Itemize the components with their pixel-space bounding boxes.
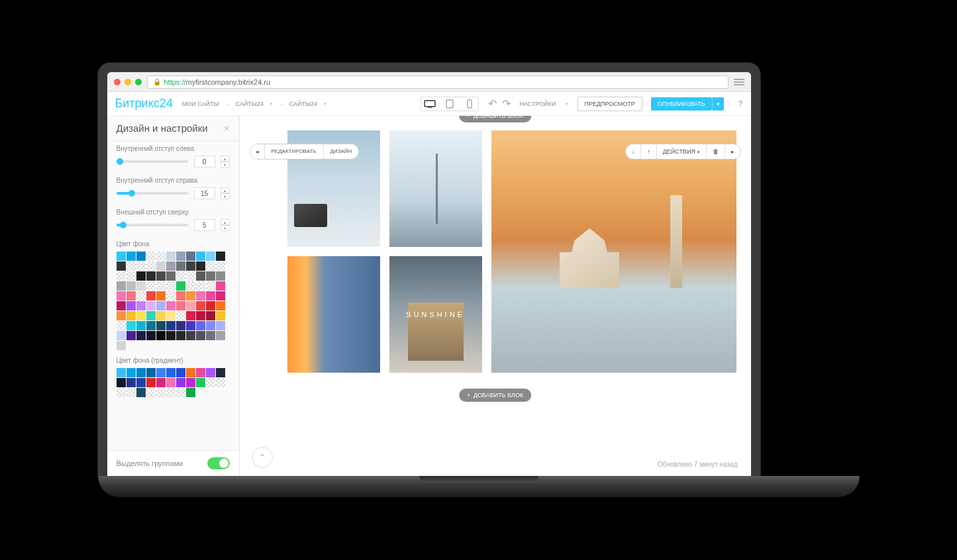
breadcrumb-item[interactable]: САЙТЫ24 (289, 101, 317, 107)
step-up-icon[interactable]: ▴ (221, 219, 230, 225)
color-swatch[interactable] (206, 331, 215, 340)
color-swatch[interactable] (186, 271, 195, 281)
color-swatch[interactable] (136, 261, 146, 271)
chevron-left-icon[interactable]: ◂ (250, 144, 265, 159)
color-swatch[interactable] (146, 388, 156, 397)
color-swatch[interactable] (156, 311, 166, 320)
color-swatch[interactable] (216, 252, 225, 261)
color-swatch[interactable] (166, 331, 176, 340)
color-swatch[interactable] (186, 261, 195, 271)
actions-dropdown[interactable]: ДЕЙСТВИЯ ▾ (657, 144, 707, 159)
color-swatch[interactable] (146, 281, 156, 291)
color-swatch[interactable] (156, 301, 166, 310)
breadcrumb-item[interactable]: САЙТЫ24 (236, 101, 264, 107)
color-swatch[interactable] (126, 252, 136, 261)
color-swatch[interactable] (216, 281, 225, 291)
color-swatch[interactable] (117, 261, 126, 271)
slider-track[interactable] (117, 160, 189, 163)
color-swatch[interactable] (186, 301, 195, 310)
color-swatch[interactable] (126, 301, 136, 310)
color-swatch[interactable] (156, 368, 166, 377)
color-swatch[interactable] (196, 368, 205, 377)
color-swatch[interactable] (126, 331, 136, 340)
color-swatch[interactable] (196, 261, 205, 271)
color-swatch[interactable] (206, 252, 215, 261)
color-swatch[interactable] (166, 281, 176, 291)
color-swatch[interactable] (136, 252, 146, 261)
color-swatch[interactable] (176, 301, 185, 310)
color-swatch[interactable] (196, 321, 205, 330)
color-swatch[interactable] (186, 311, 195, 320)
color-swatch[interactable] (176, 271, 185, 281)
chevron-right-icon[interactable]: ▸ (725, 144, 740, 159)
step-down-icon[interactable]: ▾ (221, 225, 230, 231)
color-swatch[interactable] (166, 311, 176, 320)
delete-icon[interactable]: 🗑 (707, 144, 725, 159)
gallery-image[interactable] (389, 130, 482, 247)
color-swatch[interactable] (117, 301, 126, 310)
color-swatch[interactable] (136, 301, 146, 310)
color-swatch[interactable] (117, 281, 126, 291)
color-swatch[interactable] (206, 301, 215, 310)
color-swatch[interactable] (176, 291, 185, 301)
color-swatch[interactable] (166, 271, 176, 281)
color-swatch[interactable] (196, 378, 205, 387)
color-swatch[interactable] (117, 388, 126, 397)
add-block-button[interactable]: +ДОБАВИТЬ БЛОК (459, 389, 532, 402)
breadcrumb-item[interactable]: МОИ САЙТЫ (182, 101, 219, 107)
close-window[interactable] (114, 79, 121, 85)
color-swatch[interactable] (117, 331, 126, 340)
value-input[interactable] (194, 219, 215, 231)
preview-button[interactable]: ПРЕДПРОСМОТР (578, 97, 642, 111)
color-swatch[interactable] (186, 378, 195, 387)
help-icon[interactable]: ? (738, 99, 743, 109)
color-swatch[interactable] (186, 331, 195, 340)
color-swatch[interactable] (196, 252, 205, 261)
color-swatch[interactable] (216, 368, 225, 377)
color-swatch[interactable] (146, 368, 156, 377)
color-swatch[interactable] (117, 378, 126, 387)
value-input[interactable] (194, 187, 215, 199)
browser-menu-icon[interactable] (734, 79, 744, 85)
color-swatch[interactable] (176, 388, 185, 397)
edit-button[interactable]: РЕДАКТИРОВАТЬ (265, 144, 324, 159)
color-swatch[interactable] (176, 261, 185, 271)
color-swatch[interactable] (186, 388, 195, 397)
color-swatch[interactable] (146, 301, 156, 310)
color-swatch[interactable] (206, 281, 215, 291)
color-swatch[interactable] (216, 378, 225, 387)
color-swatch[interactable] (196, 281, 205, 291)
group-select-toggle[interactable] (207, 457, 230, 469)
color-swatch[interactable] (146, 331, 156, 340)
color-swatch[interactable] (117, 341, 126, 350)
publish-dropdown[interactable]: ▾ (712, 97, 724, 111)
color-swatch[interactable] (136, 281, 146, 291)
color-swatch[interactable] (216, 311, 225, 320)
mobile-icon[interactable] (462, 99, 477, 109)
color-swatch[interactable] (216, 291, 225, 301)
color-swatch[interactable] (126, 271, 136, 281)
color-swatch[interactable] (126, 311, 136, 320)
color-swatch[interactable] (166, 291, 176, 301)
color-swatch[interactable] (196, 331, 205, 340)
color-swatch[interactable] (146, 271, 156, 281)
color-swatch[interactable] (117, 368, 126, 377)
color-swatch[interactable] (156, 388, 166, 397)
color-swatch[interactable] (126, 368, 136, 377)
color-swatch[interactable] (176, 252, 185, 261)
close-icon[interactable]: ✕ (223, 124, 230, 133)
color-swatch[interactable] (156, 261, 166, 271)
settings-link[interactable]: НАСТРОЙКИ (520, 101, 556, 107)
value-input[interactable] (194, 156, 215, 167)
color-swatch[interactable] (156, 331, 166, 340)
color-swatch[interactable] (146, 311, 156, 320)
add-block-button[interactable]: +ДОБАВИТЬ БЛОК (459, 116, 532, 122)
color-swatch[interactable] (117, 321, 126, 330)
slider-track[interactable] (117, 192, 189, 195)
gallery-image[interactable] (287, 256, 380, 373)
step-up-icon[interactable]: ▴ (221, 187, 230, 193)
color-swatch[interactable] (156, 271, 166, 281)
desktop-icon[interactable] (423, 99, 437, 109)
color-swatch[interactable] (166, 388, 176, 397)
color-swatch[interactable] (126, 378, 136, 387)
